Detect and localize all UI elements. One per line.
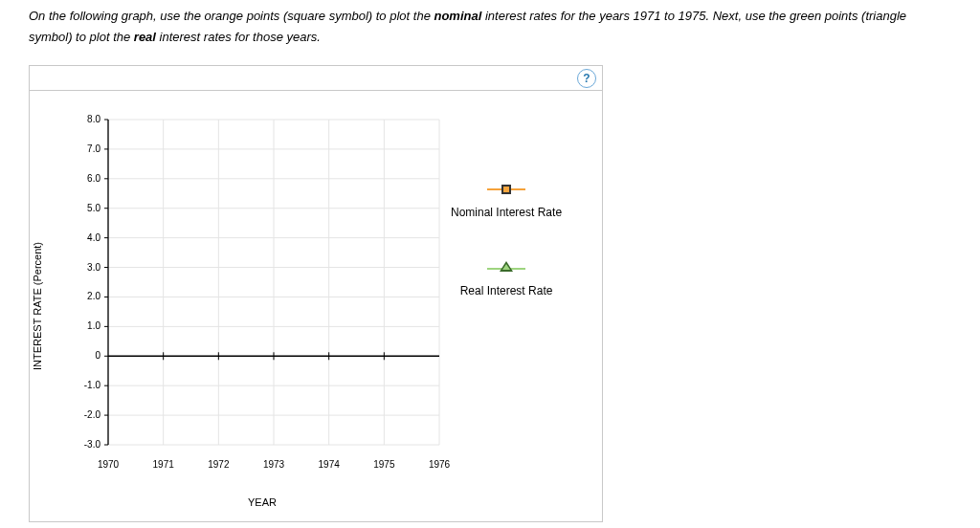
legend-nominal-label: Nominal Interest Rate	[451, 206, 562, 219]
svg-text:7.0: 7.0	[87, 143, 100, 154]
plot-grid	[108, 120, 439, 445]
svg-text:4.0: 4.0	[87, 232, 100, 243]
x-axis-title: YEAR	[248, 496, 277, 508]
svg-text:1973: 1973	[263, 459, 285, 470]
svg-text:1.0: 1.0	[87, 321, 100, 332]
instr-bold1: nominal	[434, 9, 481, 23]
square-icon	[487, 183, 525, 196]
chart-legend: Nominal Interest Rate Real Interest Rate	[451, 183, 562, 340]
svg-text:8.0: 8.0	[87, 114, 100, 124]
plot-svg[interactable]: 8.07.06.05.04.03.02.01.00-1.0-2.0-3.0 19…	[56, 91, 468, 493]
svg-text:1976: 1976	[429, 459, 451, 470]
svg-text:1970: 1970	[98, 459, 120, 470]
y-tick-labels: 8.07.06.05.04.03.02.01.00-1.0-2.0-3.0	[84, 114, 101, 450]
svg-text:1971: 1971	[153, 459, 175, 470]
svg-text:-2.0: -2.0	[84, 409, 101, 420]
svg-text:-3.0: -3.0	[84, 439, 101, 450]
svg-text:3.0: 3.0	[87, 262, 100, 273]
legend-real[interactable]: Real Interest Rate	[451, 261, 562, 297]
svg-text:0: 0	[95, 350, 100, 361]
svg-text:1972: 1972	[208, 459, 230, 470]
svg-text:2.0: 2.0	[87, 292, 100, 302]
svg-text:1974: 1974	[319, 459, 341, 470]
legend-nominal[interactable]: Nominal Interest Rate	[451, 183, 562, 219]
svg-text:-1.0: -1.0	[84, 380, 101, 390]
svg-text:5.0: 5.0	[87, 203, 100, 213]
instruction-text: On the following graph, use the orange p…	[29, 6, 951, 48]
chart-panel: ? INTEREST RATE (Percent) 8.07.06.05.04.…	[29, 65, 603, 522]
help-button[interactable]: ?	[577, 69, 596, 88]
instr-post: interest rates for those years.	[156, 30, 321, 44]
x-tick-labels: 1970197119721973197419751976	[98, 459, 451, 470]
chart-toolbar: ?	[30, 66, 602, 91]
chart-area[interactable]: INTEREST RATE (Percent) 8.07.06.05.04.03…	[30, 91, 602, 521]
legend-real-label: Real Interest Rate	[451, 284, 562, 297]
svg-text:1975: 1975	[373, 459, 395, 470]
instr-pre: On the following graph, use the orange p…	[29, 9, 434, 23]
svg-text:6.0: 6.0	[87, 173, 100, 184]
plot-axes	[104, 120, 439, 445]
instr-bold2: real	[134, 30, 156, 44]
triangle-icon	[487, 261, 525, 275]
y-axis-title: INTEREST RATE (Percent)	[32, 242, 43, 370]
